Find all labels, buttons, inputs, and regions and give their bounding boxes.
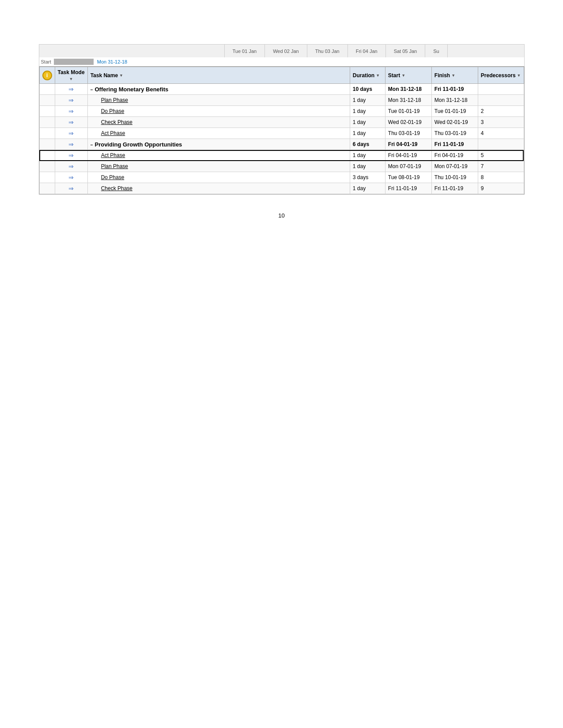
predecessors-cell: [478, 84, 524, 95]
duration-cell: 3 days: [350, 172, 385, 183]
task-mode-icon: ⇒: [68, 141, 74, 148]
task-name-text: Plan Phase: [101, 163, 128, 169]
task-name-cell[interactable]: Do Phase: [87, 172, 350, 183]
finish-header[interactable]: Finish ▼: [431, 67, 478, 84]
start-cell: Mon 31-12-18: [385, 84, 431, 95]
task-mode-dropdown-icon[interactable]: ▼: [69, 77, 73, 81]
task-mode-icon: ⇒: [68, 130, 74, 137]
task-mode-cell: ⇒: [55, 161, 87, 172]
task-name-header[interactable]: Task Name ▼: [87, 67, 350, 84]
finish-cell: Wed 02-01-19: [431, 117, 478, 128]
task-name-cell[interactable]: Plan Phase: [87, 161, 350, 172]
row-info-cell: [39, 183, 55, 194]
task-name-text: Plan Phase: [101, 97, 128, 103]
predecessors-cell: 7: [478, 161, 524, 172]
finish-cell: Fri 11-01-19: [431, 84, 478, 95]
finish-cell: Fri 04-01-19: [431, 150, 478, 161]
task-mode-icon: ⇒: [68, 86, 74, 93]
task-name-text: Offering Monetary Benefits: [94, 86, 168, 93]
task-mode-cell: ⇒: [55, 95, 87, 106]
task-name-text: Check Phase: [101, 119, 132, 125]
start-cell: Mon 31-12-18: [385, 95, 431, 106]
timeline-wed: Wed 02 Jan: [265, 45, 307, 57]
task-name-dropdown-icon[interactable]: ▼: [119, 73, 123, 78]
start-cell: Fri 04-01-19: [385, 150, 431, 161]
timeline-fri: Fri 04 Jan: [348, 45, 386, 57]
gantt-start-row: Start Mon 31-12-18: [39, 57, 525, 66]
duration-cell: 1 day: [350, 95, 385, 106]
task-name-cell[interactable]: Check Phase: [87, 117, 350, 128]
task-mode-header[interactable]: Task Mode ▼: [55, 67, 87, 84]
row-info-cell: [39, 95, 55, 106]
start-cell: Wed 02-01-19: [385, 117, 431, 128]
finish-cell: Fri 11-01-19: [431, 139, 478, 150]
task-mode-icon: ⇒: [68, 119, 74, 126]
row-info-cell: [39, 150, 55, 161]
duration-dropdown-icon[interactable]: ▼: [376, 73, 380, 78]
duration-cell: 1 day: [350, 161, 385, 172]
table-row[interactable]: ⇒Check Phase1 dayWed 02-01-19Wed 02-01-1…: [39, 117, 524, 128]
task-mode-cell: ⇒: [55, 84, 87, 95]
task-mode-cell: ⇒: [55, 117, 87, 128]
duration-cell: 1 day: [350, 183, 385, 194]
task-mode-cell: ⇒: [55, 106, 87, 117]
row-info-cell: [39, 128, 55, 139]
predecessors-cell: 9: [478, 183, 524, 194]
task-name-cell[interactable]: Do Phase: [87, 106, 350, 117]
task-name-cell[interactable]: Check Phase: [87, 183, 350, 194]
start-cell: Thu 03-01-19: [385, 128, 431, 139]
table-row[interactable]: ⇒−Providing Growth Opportunities6 daysFr…: [39, 139, 524, 150]
page-number: 10: [39, 212, 525, 219]
task-name-text: Do Phase: [101, 174, 125, 180]
gantt-timeline: Tue 01 Jan Wed 02 Jan Thu 03 Jan Fri 04 …: [39, 44, 525, 57]
row-info-cell: [39, 84, 55, 95]
task-mode-cell: ⇒: [55, 183, 87, 194]
predecessors-dropdown-icon[interactable]: ▼: [517, 73, 521, 78]
info-icon: i: [42, 71, 52, 80]
table-row[interactable]: ⇒Act Phase1 dayThu 03-01-19Thu 03-01-194: [39, 128, 524, 139]
task-name-cell[interactable]: Act Phase: [87, 128, 350, 139]
row-info-cell: [39, 117, 55, 128]
task-name-cell[interactable]: −Offering Monetary Benefits: [87, 84, 350, 95]
timeline-sat: Sat 05 Jan: [386, 45, 426, 57]
collapse-icon[interactable]: −: [91, 87, 93, 92]
task-name-cell[interactable]: Plan Phase: [87, 95, 350, 106]
task-mode-icon: ⇒: [68, 97, 74, 104]
table-row[interactable]: ⇒Do Phase1 dayTue 01-01-19Tue 01-01-192: [39, 106, 524, 117]
table-row[interactable]: ⇒Do Phase3 daysTue 08-01-19Thu 10-01-198: [39, 172, 524, 183]
start-cell: Fri 11-01-19: [385, 183, 431, 194]
task-name-text: Do Phase: [101, 108, 125, 114]
table-row[interactable]: ⇒Plan Phase1 dayMon 31-12-18Mon 31-12-18: [39, 95, 524, 106]
start-label: Start: [41, 59, 51, 64]
finish-dropdown-icon[interactable]: ▼: [451, 73, 455, 78]
duration-cell: 1 day: [350, 117, 385, 128]
table-row[interactable]: ⇒Check Phase1 dayFri 11-01-19Fri 11-01-1…: [39, 183, 524, 194]
info-header: i: [39, 67, 55, 84]
duration-header[interactable]: Duration ▼: [350, 67, 385, 84]
start-date: Mon 31-12-18: [97, 59, 128, 64]
collapse-icon[interactable]: −: [91, 143, 93, 147]
table-row[interactable]: ⇒Act Phase1 dayFri 04-01-19Fri 04-01-195: [39, 150, 524, 161]
task-name-text: Act Phase: [101, 152, 125, 158]
row-info-cell: [39, 106, 55, 117]
table-row[interactable]: ⇒Plan Phase1 dayMon 07-01-19Mon 07-01-19…: [39, 161, 524, 172]
task-mode-cell: ⇒: [55, 139, 87, 150]
gantt-table: i Task Mode ▼ Task Name ▼: [39, 67, 524, 194]
row-info-cell: [39, 172, 55, 183]
predecessors-cell: 5: [478, 150, 524, 161]
table-header-row: i Task Mode ▼ Task Name ▼: [39, 67, 524, 84]
predecessors-cell: [478, 139, 524, 150]
start-cell: Fri 04-01-19: [385, 139, 431, 150]
start-cell: Mon 07-01-19: [385, 161, 431, 172]
finish-cell: Fri 11-01-19: [431, 183, 478, 194]
start-header[interactable]: Start ▼: [385, 67, 431, 84]
task-name-cell[interactable]: −Providing Growth Opportunities: [87, 139, 350, 150]
task-name-cell[interactable]: Act Phase: [87, 150, 350, 161]
start-dropdown-icon[interactable]: ▼: [401, 73, 405, 78]
predecessors-header[interactable]: Predecessors ▼: [478, 67, 524, 84]
row-info-cell: [39, 139, 55, 150]
table-row[interactable]: ⇒−Offering Monetary Benefits10 daysMon 3…: [39, 84, 524, 95]
duration-cell: 1 day: [350, 150, 385, 161]
finish-cell: Mon 07-01-19: [431, 161, 478, 172]
task-mode-icon: ⇒: [68, 152, 74, 159]
